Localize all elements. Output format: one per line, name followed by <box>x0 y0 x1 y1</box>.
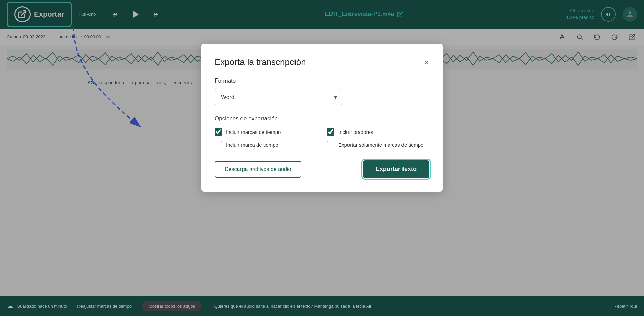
checkbox-exportar-marcas-input[interactable] <box>327 141 334 148</box>
checkbox-marca-tiempo[interactable]: Incluir marca de tiempo <box>215 141 317 148</box>
modal-close-button[interactable]: × <box>424 58 429 67</box>
format-select[interactable]: Word PDF TXT SRT <box>215 89 342 105</box>
modal-header: Exporta la transcripción × <box>215 57 429 67</box>
formato-label: Formato <box>215 77 429 84</box>
exportar-texto-button[interactable]: Exportar texto <box>363 160 429 178</box>
modal-footer: Descarga archivos de audio Exportar text… <box>215 160 429 178</box>
checkbox-oradores[interactable]: Incluir oradores <box>327 128 429 136</box>
checkbox-marcas-tiempo[interactable]: Incluir marcas de tiempo <box>215 128 317 136</box>
checkbox-marca-tiempo-input[interactable] <box>215 141 222 148</box>
checkboxes-grid: Incluir marcas de tiempo Incluir oradore… <box>215 128 429 148</box>
checkbox-marcas-tiempo-label: Incluir marcas de tiempo <box>226 129 281 135</box>
checkbox-marca-tiempo-label: Incluir marca de tiempo <box>226 142 278 148</box>
checkbox-exportar-marcas[interactable]: Exportar solamente marcas de tiempo <box>327 141 429 148</box>
format-select-wrapper[interactable]: Word PDF TXT SRT <box>215 89 342 105</box>
modal-title: Exporta la transcripción <box>215 57 306 67</box>
checkbox-exportar-marcas-label: Exportar solamente marcas de tiempo <box>338 142 423 148</box>
opciones-label: Opciones de exportación <box>215 115 429 122</box>
checkbox-marcas-tiempo-input[interactable] <box>215 128 222 136</box>
descarga-archivos-button[interactable]: Descarga archivos de audio <box>215 161 301 178</box>
export-modal: Exporta la transcripción × Formato Word … <box>201 44 443 192</box>
checkbox-oradores-label: Incluir oradores <box>338 129 373 135</box>
checkbox-oradores-input[interactable] <box>327 128 334 136</box>
